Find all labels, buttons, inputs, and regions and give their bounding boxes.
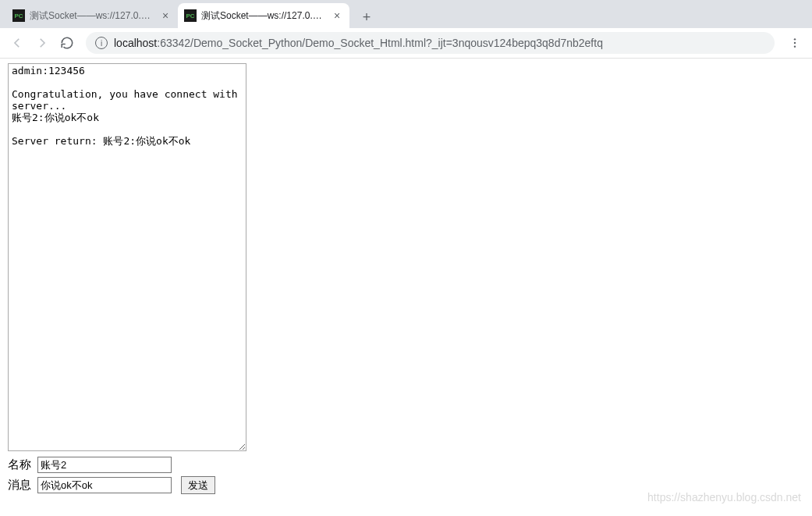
tab-title: 测试Socket——ws://127.0.0.1:8 [30,9,154,23]
pycharm-favicon-icon: PC [184,9,197,22]
close-icon[interactable]: × [159,9,172,22]
browser-menu-button[interactable] [784,32,806,54]
name-label: 名称 [8,457,34,472]
svg-point-0 [794,38,796,40]
message-input[interactable] [37,477,172,493]
new-tab-button[interactable]: + [356,6,378,28]
close-icon[interactable]: × [331,9,343,22]
pycharm-favicon-icon: PC [12,9,25,22]
url-text: localhost:63342/Demo_Socket_Python/Demo_… [114,37,603,49]
name-input[interactable] [37,457,172,473]
site-info-icon[interactable]: i [95,37,108,49]
toolbar: i localhost:63342/Demo_Socket_Python/Dem… [0,28,812,59]
back-button[interactable] [6,32,28,54]
log-textarea[interactable] [8,63,246,451]
tab-title: 测试Socket——ws://127.0.0.1:8 [201,9,326,23]
name-row: 名称 [8,457,804,473]
forward-button[interactable] [31,32,53,54]
reload-button[interactable] [56,32,78,54]
tab-active[interactable]: PC 测试Socket——ws://127.0.0.1:8 × [178,3,349,28]
svg-point-1 [794,42,796,44]
message-label: 消息 [8,478,34,493]
tab-bar: PC 测试Socket——ws://127.0.0.1:8 × PC 测试Soc… [0,0,812,28]
page-content: 名称 消息 发送 [0,59,812,499]
svg-point-2 [794,45,796,47]
browser-chrome: PC 测试Socket——ws://127.0.0.1:8 × PC 测试Soc… [0,0,812,59]
message-row: 消息 发送 [8,476,804,494]
address-bar[interactable]: i localhost:63342/Demo_Socket_Python/Dem… [86,32,775,54]
send-button[interactable]: 发送 [181,476,215,494]
tab-inactive[interactable]: PC 测试Socket——ws://127.0.0.1:8 × [6,3,178,28]
